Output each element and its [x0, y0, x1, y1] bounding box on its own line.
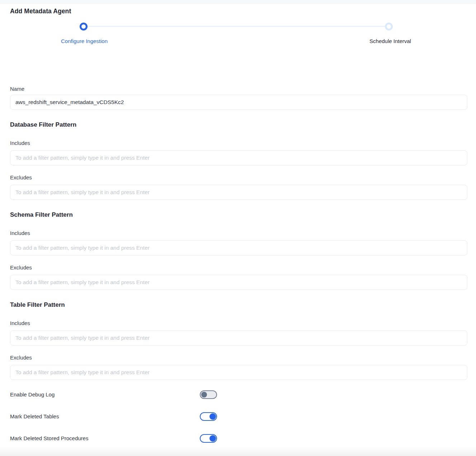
table-includes-label: Includes	[10, 320, 467, 326]
schema-excludes-input[interactable]	[10, 275, 467, 290]
schema-includes-input[interactable]	[10, 240, 467, 255]
name-input[interactable]	[10, 95, 467, 110]
table-excludes-input[interactable]	[10, 365, 467, 380]
stepper-connector-line	[84, 26, 389, 27]
step-circle-schedule-interval[interactable]	[385, 23, 393, 30]
toggle-knob	[209, 435, 216, 442]
stepper: Configure Ingestion Schedule Interval	[10, 15, 467, 47]
toggle-knob	[201, 392, 207, 398]
mark-deleted-tables-row: Mark Deleted Tables	[10, 412, 467, 421]
mark-deleted-stored-procedures-row: Mark Deleted Stored Procedures	[10, 434, 467, 443]
bottom-edge-fade	[0, 446, 476, 456]
schema-excludes-label: Excludes	[10, 265, 467, 271]
enable-debug-log-toggle[interactable]	[200, 390, 217, 399]
table-includes-input[interactable]	[10, 330, 467, 345]
page-title: Add Metadata Agent	[10, 7, 467, 15]
section-title-database-filter: Database Filter Pattern	[10, 121, 467, 128]
mark-deleted-tables-label: Mark Deleted Tables	[10, 413, 200, 420]
toggle-knob	[209, 413, 216, 420]
top-window-strip	[0, 0, 476, 4]
mark-deleted-stored-procedures-toggle[interactable]	[200, 434, 217, 443]
add-metadata-agent-form: Add Metadata Agent Configure Ingestion S…	[0, 7, 476, 443]
schema-includes-label: Includes	[10, 230, 467, 236]
database-excludes-input[interactable]	[10, 185, 467, 200]
mark-deleted-tables-toggle[interactable]	[200, 412, 217, 421]
enable-debug-log-label: Enable Debug Log	[10, 391, 200, 398]
database-includes-label: Includes	[10, 140, 467, 146]
section-title-table-filter: Table Filter Pattern	[10, 301, 467, 309]
step-label-configure-ingestion[interactable]: Configure Ingestion	[61, 38, 108, 44]
name-label: Name	[10, 86, 467, 92]
table-excludes-label: Excludes	[10, 355, 467, 361]
step-label-schedule-interval[interactable]: Schedule Interval	[369, 38, 411, 44]
section-title-schema-filter: Schema Filter Pattern	[10, 211, 467, 218]
mark-deleted-stored-procedures-label: Mark Deleted Stored Procedures	[10, 435, 200, 442]
database-excludes-label: Excludes	[10, 175, 467, 180]
database-includes-input[interactable]	[10, 150, 467, 165]
name-field-block: Name	[10, 86, 467, 110]
step-circle-configure-ingestion[interactable]	[80, 23, 88, 30]
enable-debug-log-row: Enable Debug Log	[10, 390, 467, 399]
